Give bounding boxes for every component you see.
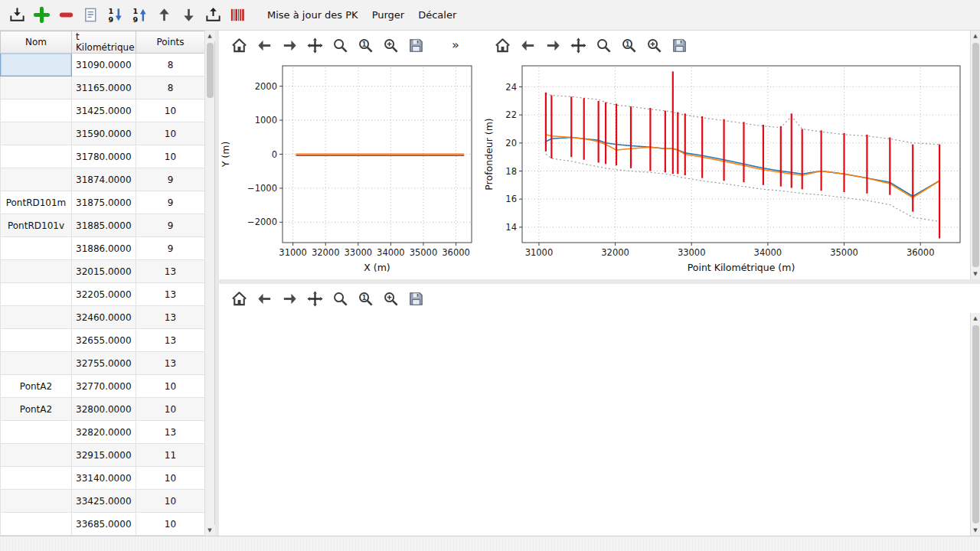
column-header-pk[interactable]: t Kilométrique [72,31,136,54]
cell-points[interactable]: 9 [136,237,205,260]
cell-points[interactable]: 8 [136,54,205,77]
cell-nom[interactable] [1,260,72,283]
scroll-down-icon[interactable]: ▼ [205,525,215,536]
cell-points[interactable]: 10 [136,398,205,421]
cell-points[interactable]: 13 [136,306,205,329]
back-icon[interactable] [253,288,275,309]
cell-pk[interactable]: 33685.0000 [72,513,136,536]
column-header-nom[interactable]: Nom [1,31,72,54]
pan-icon[interactable] [304,288,325,309]
save-icon[interactable] [405,288,426,309]
table-row[interactable]: 32460.000013 [1,306,205,329]
table-row[interactable]: 31886.00009 [1,237,205,260]
cell-nom[interactable] [1,490,72,513]
cell-pk[interactable]: 31886.0000 [72,237,136,260]
zoom-icon[interactable] [329,34,351,56]
table-row[interactable]: 32820.000013 [1,421,205,444]
move-down-icon[interactable] [176,3,201,28]
cell-nom[interactable] [1,122,72,145]
plots-scrollbar-thumb[interactable] [972,43,979,267]
forward-icon[interactable] [279,34,300,56]
zoom-one-icon[interactable]: 1 [618,34,639,56]
cell-nom[interactable] [1,99,72,122]
save-icon[interactable] [668,34,690,56]
sort-descending-icon[interactable]: 19 [127,3,152,28]
cell-pk[interactable]: 32915.0000 [72,444,136,467]
table-scrollbar[interactable]: ▲ ▼ [204,31,214,536]
table-row[interactable]: 33425.000010 [1,490,205,513]
cell-pk[interactable]: 32820.0000 [72,421,136,444]
scroll-down-icon[interactable]: ▼ [971,269,980,279]
table-row[interactable]: 32915.000011 [1,444,205,467]
zoom-plus-icon[interactable] [643,34,665,56]
cell-points[interactable]: 13 [136,329,205,352]
cell-points[interactable]: 13 [136,283,205,306]
cell-pk[interactable]: 31590.0000 [72,122,136,145]
bottom-scrollbar-thumb[interactable] [972,325,979,523]
cell-nom[interactable] [1,283,72,306]
table-row[interactable]: 31090.00008 [1,54,205,77]
update-pk-button[interactable]: Mise à jour des PK [260,6,365,24]
import-icon[interactable] [5,3,29,28]
cell-pk[interactable]: 31875.0000 [72,191,136,214]
table-row[interactable]: 33685.000010 [1,513,205,536]
scroll-up-icon[interactable]: ▲ [971,313,980,324]
table-row[interactable]: 32755.000013 [1,352,205,375]
cell-points[interactable]: 13 [136,352,205,375]
cell-pk[interactable]: 33425.0000 [72,490,136,513]
cell-pk[interactable]: 32800.0000 [72,398,136,421]
cell-pk[interactable]: 31874.0000 [72,168,136,191]
table-row[interactable]: PontA232800.000010 [1,398,205,421]
document-icon[interactable] [78,3,103,28]
home-icon[interactable] [228,34,250,56]
zoom-icon[interactable] [593,34,614,56]
cell-pk[interactable]: 32755.0000 [72,352,136,375]
cell-nom[interactable] [1,352,72,375]
cell-nom[interactable]: PontA2 [1,398,72,421]
cell-nom[interactable] [1,54,72,77]
cell-pk[interactable]: 33140.0000 [72,467,136,490]
zoom-one-icon[interactable]: 1 [354,34,376,56]
cell-nom[interactable]: PontA2 [1,375,72,398]
cell-pk[interactable]: 32205.0000 [72,283,136,306]
cell-points[interactable]: 11 [136,444,205,467]
bottom-scrollbar[interactable]: ▲ ▼ [970,313,980,536]
cell-pk[interactable]: 31885.0000 [72,214,136,237]
save-icon[interactable] [405,34,426,56]
table-scrollbar-thumb[interactable] [207,43,214,98]
back-icon[interactable] [253,34,275,56]
cell-points[interactable]: 9 [136,214,205,237]
cell-nom[interactable] [1,306,72,329]
cell-points[interactable]: 10 [136,490,205,513]
home-icon[interactable] [228,288,250,309]
cell-pk[interactable]: 31090.0000 [72,54,136,77]
zoom-icon[interactable] [329,288,351,309]
move-up-icon[interactable] [152,3,176,28]
table-row[interactable]: 32015.000013 [1,260,205,283]
forward-icon[interactable] [542,34,564,56]
scroll-down-icon[interactable]: ▼ [971,525,980,536]
cell-pk[interactable]: 31165.0000 [72,77,136,99]
cell-points[interactable]: 10 [136,375,205,398]
plots-scrollbar-track[interactable] [971,41,980,269]
cell-nom[interactable] [1,513,72,536]
cell-pk[interactable]: 32460.0000 [72,306,136,329]
purge-button[interactable]: Purger [365,6,412,24]
overflow-chevron[interactable]: » [430,39,459,51]
home-icon[interactable] [492,34,513,56]
zoom-plus-icon[interactable] [380,34,401,56]
cell-nom[interactable] [1,421,72,444]
cell-points[interactable]: 10 [136,99,205,122]
back-icon[interactable] [517,34,538,56]
cell-nom[interactable] [1,444,72,467]
table-row[interactable]: 32655.000013 [1,329,205,352]
cell-pk[interactable]: 31780.0000 [72,145,136,168]
cell-points[interactable]: 10 [136,513,205,536]
zoom-one-icon[interactable]: 1 [354,288,376,309]
bottom-scrollbar-track[interactable] [971,324,980,525]
pan-icon[interactable] [304,34,325,56]
table-row[interactable]: PontRD101m31875.00009 [1,191,205,214]
trace-plot-canvas[interactable]: 310003200033000340003500036000−2000−1000… [219,60,479,278]
plots-scrollbar[interactable]: ▲ ▼ [970,31,980,279]
scroll-up-icon[interactable]: ▲ [971,31,980,41]
